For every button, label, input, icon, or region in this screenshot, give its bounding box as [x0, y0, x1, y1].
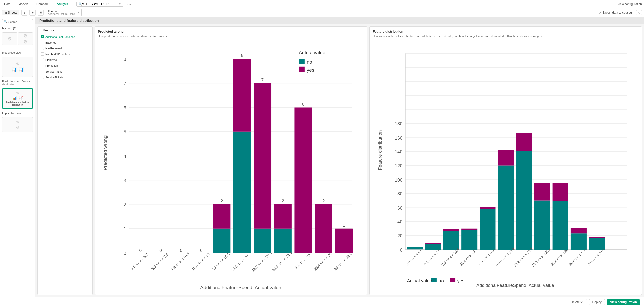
svg-text:AdditionalFeatureSpend, Actual: AdditionalFeatureSpend, Actual value [200, 285, 281, 290]
feature-label-hasrenewed: HasRenewed [45, 47, 62, 50]
sheet-thumb-2[interactable]: ⚙ ⚙ [18, 32, 33, 45]
feature-checkbox-promotion[interactable] [41, 64, 44, 67]
svg-text:15.6 <= x < 18.2: 15.6 <= x < 18.2 [230, 251, 252, 272]
nav-compare[interactable]: Compare [34, 1, 51, 7]
nav-data[interactable]: Data [2, 1, 12, 7]
svg-rect-106 [534, 201, 550, 250]
sheets-button[interactable]: ⊞ Sheets [2, 10, 19, 15]
feature-checkbox-servicetickets[interactable] [41, 76, 44, 79]
predictions-thumb[interactable]: ⟲ 📊 📈 Predictions and feature distributi… [2, 88, 33, 109]
svg-text:1: 1 [343, 223, 345, 228]
feature-item-additionalfeaturespend[interactable]: AdditionalFeatureSpend [40, 34, 90, 39]
svg-text:26 <= x < 29.6: 26 <= x < 29.6 [586, 248, 605, 267]
svg-text:3: 3 [124, 178, 126, 183]
svg-rect-46 [294, 108, 312, 253]
feature-label-basefee: BaseFee [45, 41, 56, 44]
svg-rect-1 [299, 59, 305, 64]
feature-item-servicerating[interactable]: ServiceRating [40, 69, 90, 74]
bottom-toolbar: Delete v1 Deploy View configuration [35, 297, 644, 307]
feature-checkbox-servicerating[interactable] [41, 70, 44, 73]
svg-rect-41 [254, 83, 271, 229]
sidebar-search-input[interactable] [8, 20, 31, 23]
feature-item-promotion[interactable]: Promotion [40, 63, 90, 68]
collapse-icon[interactable]: ◁ [636, 10, 642, 15]
svg-text:2: 2 [322, 198, 325, 203]
svg-text:0: 0 [200, 248, 203, 253]
svg-text:0: 0 [400, 247, 402, 253]
nav-analyze[interactable]: Analyze [55, 1, 70, 7]
svg-text:2: 2 [221, 198, 223, 203]
predicted-wrong-chart-panel: Predicted wrong How prediction errors ar… [95, 26, 367, 295]
svg-rect-102 [498, 166, 514, 250]
feature-item-numberofpenalties[interactable]: NumberOfPenalties [40, 52, 90, 56]
feature-tab[interactable]: Feature AdditionalFeatureSpend ✕ [46, 9, 81, 16]
svg-rect-37 [233, 132, 251, 253]
svg-rect-50 [335, 229, 353, 253]
puzzle-icon-4: ⚙ [16, 125, 19, 130]
export-button[interactable]: ↗ Export data to catalog [597, 10, 634, 15]
feature-checkbox-hasrenewed[interactable] [41, 47, 44, 50]
view-configuration-btn[interactable]: View configuration [617, 2, 642, 6]
toolbar-icon-2[interactable]: ⊕ [29, 10, 36, 16]
svg-text:2.6 <= x < 5.5: 2.6 <= x < 5.5 [405, 248, 423, 266]
predicted-wrong-svg: Actual value no yes Predicted wrong [98, 40, 364, 292]
feature-item-plantype[interactable]: PlanType [40, 57, 90, 62]
feature-label-numberofpenalties: NumberOfPenalties [45, 53, 70, 56]
feature-list: AdditionalFeatureSpend BaseFee HasRenewe… [40, 34, 90, 80]
deploy-button[interactable]: Deploy [589, 299, 605, 305]
svg-text:no: no [438, 278, 444, 283]
svg-rect-107 [534, 183, 550, 201]
close-icon[interactable]: ✕ [77, 11, 79, 14]
feature-distribution-subtitle: How values in the selected feature are d… [373, 35, 639, 38]
svg-rect-97 [443, 229, 459, 231]
feature-item-hasrenewed[interactable]: HasRenewed [40, 46, 90, 51]
feature-checkbox-numberofpenalties[interactable] [41, 52, 44, 56]
feature-label-servicerating: ServiceRating [45, 70, 62, 73]
feature-checkbox-plantype[interactable] [41, 58, 44, 61]
svg-rect-99 [461, 229, 477, 230]
delete-button[interactable]: Delete v1 [568, 299, 587, 305]
svg-rect-48 [315, 204, 332, 253]
svg-rect-44 [274, 204, 292, 229]
feature-checkbox-basefee[interactable] [41, 41, 44, 44]
svg-rect-100 [480, 209, 495, 250]
svg-rect-128 [450, 278, 455, 282]
more-options-icon[interactable]: ••• [127, 2, 131, 6]
svg-text:Actual value: Actual value [299, 50, 325, 55]
svg-text:26 <= x < 28.6: 26 <= x < 28.6 [333, 252, 353, 271]
svg-text:13 <= x < 15.6: 13 <= x < 15.6 [211, 252, 231, 271]
feature-distribution-chart-container: Feature distribution [373, 40, 639, 292]
feature-item-servicetickets[interactable]: ServiceTickets [40, 75, 90, 80]
sheet-thumb-1[interactable]: ⚙ [2, 32, 17, 45]
feature-item-basefee[interactable]: BaseFee [40, 40, 90, 45]
toolbar-icon-1[interactable]: ↕ [21, 10, 27, 16]
feature-tab-subtitle: AdditionalFeatureSpend [48, 13, 75, 15]
charts-area: ☰ Feature AdditionalFeatureSpend BaseFee… [35, 24, 644, 297]
toolbar-icon-3[interactable]: ⊞ [38, 10, 44, 16]
export-icon: ↗ [599, 11, 601, 14]
top-nav: Data Models Compare Analyze 🔍 ▼ ••• View… [0, 0, 644, 8]
svg-text:5.1 <= x < 7.6: 5.1 <= x < 7.6 [423, 248, 441, 266]
model-search-input[interactable] [82, 2, 118, 6]
svg-text:9: 9 [241, 53, 244, 58]
feature-checkbox-additionalfeaturespend[interactable] [41, 35, 44, 38]
predicted-wrong-subtitle: How prediction errors are distributed ov… [98, 35, 364, 38]
feature-panel-title: ☰ Feature [40, 29, 90, 32]
feature-label-plantype: PlanType [45, 58, 57, 61]
sidebar-search[interactable]: 🔍 [2, 19, 33, 24]
svg-text:80: 80 [397, 191, 402, 196]
model-overview-thumb[interactable]: ⟲ 📊 📊 [2, 57, 33, 77]
view-config-button[interactable]: View configuration [607, 299, 640, 305]
impact-thumb[interactable]: ⟲ ⚙ [2, 117, 33, 132]
svg-text:7.6 <= x < 10.4: 7.6 <= x < 10.4 [440, 247, 460, 267]
sub-toolbar: ⊞ Sheets ↕ ⊕ ⊞ Feature AdditionalFeature… [0, 8, 644, 17]
svg-text:18.2 <= x < 20.8: 18.2 <= x < 20.8 [251, 251, 272, 272]
feature-tab-title: Feature [48, 10, 75, 13]
bar-icon-2: 📊 [19, 67, 24, 72]
puzzle-icon-3: ⚙ [23, 39, 27, 45]
model-selector[interactable]: 🔍 ▼ [76, 2, 123, 7]
predicted-wrong-chart-container: Actual value no yes Predicted wrong [98, 40, 364, 292]
svg-text:2: 2 [282, 198, 284, 203]
nav-models[interactable]: Models [16, 1, 30, 7]
my-own-label: My own (3) [2, 26, 33, 30]
